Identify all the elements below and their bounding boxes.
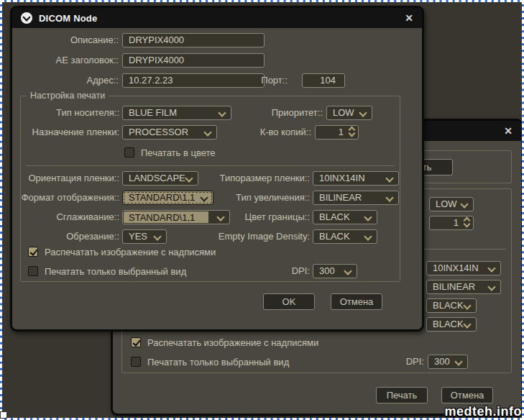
close-icon[interactable]: [402, 12, 413, 24]
copies-value: 1: [339, 127, 344, 137]
dialog-title: DICOM Node: [39, 13, 97, 24]
trim-label: Обрезание::: [21, 229, 119, 244]
address-label: Адрес::: [12, 73, 119, 88]
port-input[interactable]: 104: [302, 73, 345, 88]
chevron-down-icon: [344, 267, 351, 275]
group-title: Настройка печати: [27, 91, 109, 101]
back-dpi-select[interactable]: 300: [428, 355, 468, 369]
back-magnification-select[interactable]: BILINEAR: [426, 280, 501, 294]
empty-density-value: BLACK: [319, 231, 350, 242]
trim-value: YES: [129, 231, 147, 242]
close-icon[interactable]: [501, 125, 512, 137]
back-selected-view-checkbox[interactable]: [131, 357, 141, 367]
back-magnification-value: BILINEAR: [433, 281, 475, 292]
back-film-size-select[interactable]: 10INX14IN: [426, 261, 501, 275]
chevron-down-icon: [364, 213, 372, 221]
back-border-color-value: BLACK: [433, 300, 464, 311]
back-cancel-button[interactable]: Отмена: [441, 387, 493, 403]
chevron-down-icon: [364, 232, 372, 240]
chevron-down-icon: [487, 283, 495, 291]
film-orientation-select[interactable]: LANDSCAPE: [122, 171, 198, 186]
annotations-label: Распечатать изображение с надписями: [45, 247, 216, 257]
priority-label: Приоритет::: [224, 106, 323, 120]
back-border-color-select[interactable]: BLACK: [426, 298, 477, 313]
display-format-label: Формат отображения::: [21, 191, 119, 205]
ae-title-label: AE заголовок::: [12, 53, 119, 68]
selection-handle[interactable]: [0, 411, 7, 419]
media-type-label: Тип носителя::: [21, 106, 119, 120]
copies-stepper[interactable]: 1: [315, 125, 359, 140]
back-empty-density-value: BLACK: [433, 319, 464, 329]
border-color-select[interactable]: BLACK: [313, 210, 377, 224]
chevron-down-icon: [463, 320, 471, 328]
port-label: Порт::: [216, 73, 288, 88]
chevron-down-icon: [203, 128, 211, 136]
back-copies-stepper[interactable]: 1: [429, 216, 474, 230]
chevron-down-icon: [385, 174, 393, 182]
magnification-value: BILINEAR: [319, 192, 362, 203]
smoothing-value: STANDARD\1,1: [124, 211, 208, 223]
film-size-value: 10INX14IN: [319, 173, 365, 183]
film-size-select[interactable]: 10INX14IN: [313, 171, 399, 186]
dpi-select[interactable]: 300: [313, 264, 357, 278]
stepper-arrows-icon[interactable]: [349, 127, 354, 136]
dicom-dialog-titlebar[interactable]: DICOM Node: [12, 8, 422, 28]
back-film-size-value: 10INX14IN: [433, 262, 479, 273]
selected-view-label: Печатать только выбранный вид: [45, 266, 186, 277]
empty-density-label: Empty Image Density:: [202, 229, 310, 244]
trim-select[interactable]: YES: [122, 229, 167, 244]
film-size-label: Типоразмер пленки::: [202, 171, 310, 186]
group-separator: [26, 165, 395, 166]
chevron-down-icon: [185, 174, 193, 182]
media-type-value: BLUE FILM: [129, 107, 177, 118]
back-copies-value: 1: [454, 217, 459, 228]
print-button[interactable]: Печать: [376, 387, 428, 403]
chevron-down-icon: [487, 264, 495, 272]
chevron-down-icon: [454, 357, 462, 365]
ae-title-input[interactable]: DRYPIX4000: [122, 53, 265, 68]
film-orientation-value: LANDSCAPE: [129, 173, 185, 183]
border-color-value: BLACK: [319, 211, 350, 222]
empty-density-select[interactable]: BLACK: [313, 229, 377, 244]
back-priority-select[interactable]: LOW: [429, 197, 474, 211]
dpi-label: DPI:: [258, 264, 310, 278]
copies-label: К-во копий::: [212, 125, 311, 140]
back-priority-value: LOW: [436, 198, 457, 209]
chevron-down-icon: [463, 301, 471, 309]
print-in-color-label: Печатать в цвете: [141, 147, 216, 158]
dicom-node-dialog: DICOM Node Описание:: DRYPIX4000 AE заго…: [10, 6, 424, 332]
chevron-down-icon: [359, 109, 367, 117]
border-color-label: Цвет границы::: [202, 210, 310, 224]
cancel-button[interactable]: Отмена: [331, 293, 382, 310]
film-destination-value: PROCESSOR: [129, 127, 188, 137]
selected-view-checkbox[interactable]: [28, 266, 38, 276]
back-selected-view-label: Печатать только выбранный вид: [147, 357, 289, 368]
magnification-select[interactable]: BILINEAR: [313, 191, 399, 205]
magnification-label: Тип увеличения::: [202, 191, 310, 205]
stepper-arrows-icon[interactable]: [464, 218, 469, 227]
print-in-color-checkbox[interactable]: [124, 147, 134, 158]
display-format-value: STANDARD\1,1: [129, 192, 195, 203]
back-dpi-value: 300: [434, 356, 450, 367]
smoothing-label: Сглаживание::: [21, 210, 119, 224]
media-type-select[interactable]: BLUE FILM: [122, 106, 231, 120]
back-annotations-label: Распечатать изображение с надписями: [147, 337, 318, 348]
back-dpi-label: DPI:: [367, 355, 424, 369]
priority-select[interactable]: LOW: [326, 106, 372, 120]
description-label: Описание::: [12, 33, 119, 47]
back-empty-density-select[interactable]: BLACK: [426, 317, 477, 332]
watermark: medteh.info: [445, 404, 523, 419]
priority-value: LOW: [333, 107, 354, 118]
chevron-down-icon: [385, 193, 393, 201]
collapse-arrow-icon[interactable]: [21, 12, 32, 24]
film-destination-label: Назначение пленки:: [21, 125, 119, 140]
ok-button[interactable]: OK: [263, 293, 315, 310]
annotations-checkbox[interactable]: [28, 247, 38, 257]
back-annotations-checkbox[interactable]: [131, 337, 141, 347]
print-settings-group: Настройка печати Тип носителя:: BLUE FIL…: [20, 96, 400, 282]
display-format-select[interactable]: STANDARD\1,1: [122, 191, 213, 205]
description-input[interactable]: DRYPIX4000: [122, 33, 265, 47]
film-orientation-label: Ориентация пленки::: [21, 171, 119, 186]
chevron-down-icon: [460, 200, 468, 208]
film-destination-select[interactable]: PROCESSOR: [122, 125, 217, 140]
